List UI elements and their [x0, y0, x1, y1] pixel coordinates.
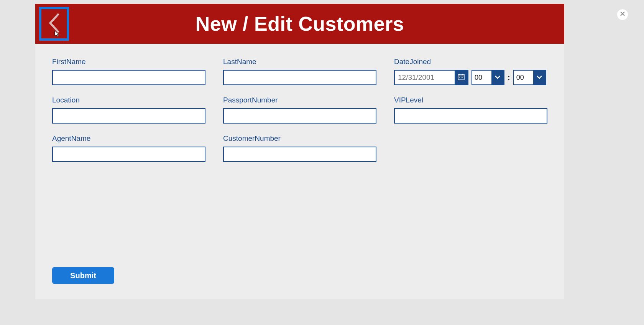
field-vip-level: VIPLevel	[394, 96, 547, 124]
submit-area: Submit	[52, 267, 114, 284]
agent-name-label: AgentName	[52, 134, 205, 143]
customer-number-label: CustomerNumber	[223, 134, 376, 143]
page-title: New / Edit Customers	[196, 12, 404, 35]
header: New / Edit Customers	[35, 4, 564, 44]
hour-value: 00	[472, 71, 491, 84]
vip-level-input[interactable]	[394, 108, 547, 124]
date-input-wrap	[394, 70, 468, 85]
chevron-down-icon	[495, 74, 501, 81]
svg-rect-8	[462, 77, 463, 78]
field-first-name: FirstName	[52, 58, 205, 85]
customer-number-input[interactable]	[223, 147, 376, 162]
form-container: New / Edit Customers FirstName LastName …	[35, 4, 564, 299]
svg-rect-6	[459, 77, 460, 78]
minute-select[interactable]: 00	[513, 70, 546, 85]
time-separator: :	[508, 73, 510, 82]
vip-level-label: VIPLevel	[394, 96, 547, 104]
field-agent-name: AgentName	[52, 134, 205, 162]
field-last-name: LastName	[223, 58, 376, 85]
minute-value: 00	[514, 71, 533, 84]
hour-select[interactable]: 00	[472, 70, 504, 85]
location-label: Location	[52, 96, 205, 104]
field-customer-number: CustomerNumber	[223, 134, 376, 162]
passport-number-label: PassportNumber	[223, 96, 376, 104]
first-name-input[interactable]	[52, 70, 205, 85]
chevron-down-icon	[536, 74, 542, 81]
close-button[interactable]	[617, 9, 628, 20]
last-name-label: LastName	[223, 58, 376, 66]
last-name-input[interactable]	[223, 70, 376, 85]
close-icon	[620, 11, 625, 18]
cursor-icon	[54, 30, 61, 39]
submit-button[interactable]: Submit	[52, 267, 114, 284]
date-joined-input[interactable]	[395, 71, 455, 84]
date-joined-row: 00 : 00	[394, 70, 547, 85]
svg-rect-7	[461, 77, 462, 78]
date-joined-label: DateJoined	[394, 58, 547, 66]
passport-number-input[interactable]	[223, 108, 376, 124]
form-area: FirstName LastName DateJoined 00	[35, 44, 564, 170]
field-location: Location	[52, 96, 205, 124]
field-date-joined: DateJoined 00	[394, 58, 547, 85]
first-name-label: FirstName	[52, 58, 205, 66]
location-input[interactable]	[52, 108, 205, 124]
agent-name-input[interactable]	[52, 147, 205, 162]
minute-dropdown-button[interactable]	[533, 71, 545, 84]
calendar-icon	[458, 73, 465, 82]
field-passport-number: PassportNumber	[223, 96, 376, 124]
hour-dropdown-button[interactable]	[491, 71, 504, 84]
calendar-button[interactable]	[455, 71, 468, 84]
